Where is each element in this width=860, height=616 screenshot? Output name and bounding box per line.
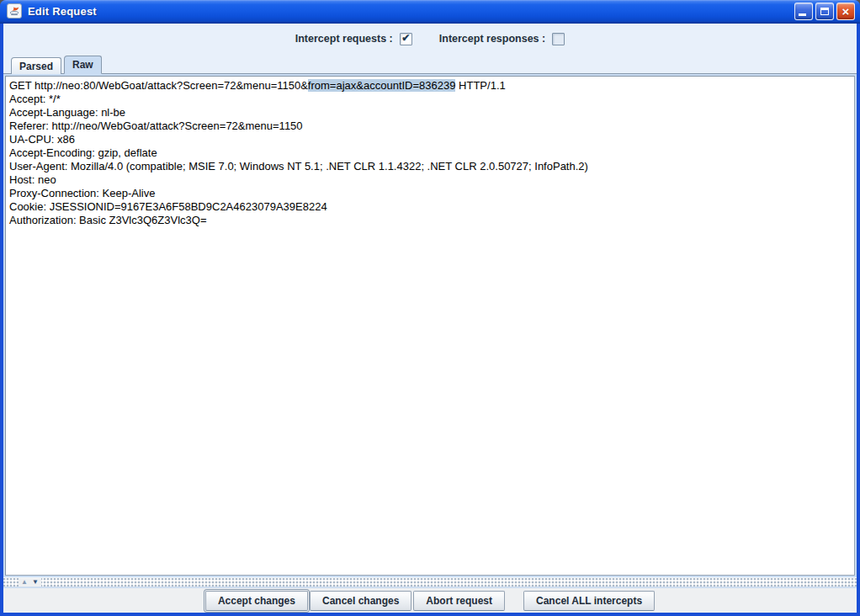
window-controls: × [794,3,855,20]
header-line: Cookie: JSESSIONID=9167E3A6F58BD9C2A4623… [9,200,851,214]
minimize-button[interactable] [794,3,813,20]
split-pane-divider[interactable]: ▲ ▼ [3,577,857,588]
split-expand-controls: ▲ ▼ [19,578,41,587]
close-button[interactable]: × [836,3,855,20]
minimize-icon [799,13,806,16]
edit-request-window: Edit Request × Intercept requests : ✔ In… [0,0,860,616]
maximize-button[interactable] [815,3,834,20]
header-line: Accept: */* [9,93,851,106]
java-app-icon [7,3,22,19]
intercept-requests-checkbox[interactable]: ✔ [400,33,412,45]
request-line-prefix: GET http://neo:80/WebGoat/attack?Screen=… [9,79,308,92]
request-line: GET http://neo:80/WebGoat/attack?Screen=… [9,79,851,93]
intercept-responses-label: Intercept responses : [439,33,545,45]
header-line: Authorization: Basic Z3Vlc3Q6Z3Vlc3Q= [9,214,851,227]
dialog-content: Intercept requests : ✔ Intercept respons… [3,24,857,613]
tab-parsed[interactable]: Parsed [11,57,61,74]
header-line: UA-CPU: x86 [9,133,851,146]
selected-text: from=ajax&accountID=836239 [308,79,456,92]
java-coffee-cup-icon [8,5,20,17]
tab-bar: Parsed Raw [3,54,857,73]
header-line: Host: neo [9,173,851,187]
header-line: Referer: http://neo/WebGoat/attack?Scree… [9,119,851,133]
tab-raw[interactable]: Raw [64,56,102,74]
cancel-all-intercepts-button[interactable]: Cancel ALL intercepts [523,591,655,611]
window-title: Edit Request [28,5,794,18]
intercept-responses-checkbox[interactable] [552,33,565,45]
close-icon: × [842,5,850,18]
header-line: Proxy-Connection: Keep-Alive [9,187,851,200]
header-line: Accept-Language: nl-be [9,106,851,119]
accept-changes-button[interactable]: Accept changes [205,591,308,611]
header-line: Accept-Encoding: gzip, deflate [9,146,851,160]
checkmark-icon: ✔ [401,33,410,43]
titlebar: Edit Request × [0,0,860,24]
intercept-toolbar: Intercept requests : ✔ Intercept respons… [3,24,857,54]
request-line-suffix: HTTP/1.1 [455,79,505,92]
split-expand-up-icon[interactable]: ▲ [21,579,28,586]
cancel-changes-button[interactable]: Cancel changes [310,591,411,611]
raw-tab-panel: GET http://neo:80/WebGoat/attack?Screen=… [3,73,857,577]
intercept-requests-label: Intercept requests : [295,33,393,45]
action-button-bar: Accept changes Cancel changes Abort requ… [3,588,857,613]
maximize-icon [820,8,829,15]
split-expand-down-icon[interactable]: ▼ [32,579,39,586]
abort-request-button[interactable]: Abort request [413,591,505,611]
raw-request-textarea[interactable]: GET http://neo:80/WebGoat/attack?Screen=… [5,76,855,576]
header-line: User-Agent: Mozilla/4.0 (compatible; MSI… [9,160,851,173]
